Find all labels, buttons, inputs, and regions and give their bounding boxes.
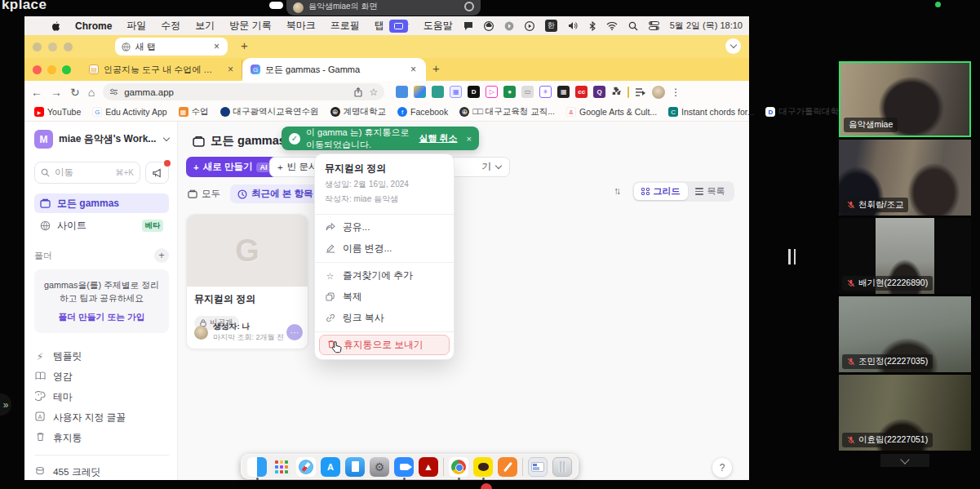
profile-avatar[interactable] [652, 86, 665, 99]
help-button[interactable]: ? [712, 458, 732, 478]
translate-extension-icon[interactable] [396, 86, 408, 98]
screen-share-banner[interactable]: 음악샘miae의 화면 [286, 0, 481, 16]
tab-ai-tools[interactable]: ▤ 인공지능 도구 내 수업에 적용하기 × [82, 60, 242, 79]
home-button[interactable]: ⌂ [88, 86, 95, 99]
resize-handle-icon[interactable] [788, 249, 796, 265]
sort-button[interactable]: ↑↓ [614, 185, 619, 197]
url-text[interactable]: gamma.app [124, 87, 348, 97]
finder-icon[interactable] [247, 457, 267, 477]
play-status-icon[interactable] [525, 21, 534, 31]
system-settings-icon[interactable]: ⚙ [370, 457, 389, 477]
list-view-button[interactable]: 목록 [688, 183, 733, 200]
creative-cloud-icon[interactable] [484, 21, 494, 31]
chat-status-icon[interactable] [463, 21, 473, 30]
bookmark-google-arts[interactable]: &Google Arts & Cult... [566, 107, 657, 117]
zoom-window-icon[interactable] [62, 65, 71, 74]
participant-video[interactable]: 음악샘miae [839, 61, 971, 137]
acrobat-icon[interactable]: ▲ [419, 457, 438, 477]
menu-item-duplicate[interactable]: 복제 [315, 287, 454, 308]
launchpad-icon[interactable] [272, 457, 291, 477]
qr-extension-icon[interactable]: ▦ [557, 86, 570, 98]
tab-search-chevron[interactable] [725, 38, 741, 54]
extension-icon[interactable]: ▭ [521, 86, 534, 98]
spotlight-search-icon[interactable] [628, 21, 638, 31]
menu-bar-clock[interactable]: 5월 2일 (목) 18:10 [670, 20, 743, 32]
close-tab-icon[interactable]: × [212, 41, 221, 52]
extension-icon[interactable]: ▦ [450, 86, 462, 98]
undo-link[interactable]: 실행 취소 [419, 132, 458, 144]
back-button[interactable]: ← [31, 86, 42, 99]
zoom-app-icon[interactable] [394, 457, 414, 477]
books-icon[interactable] [345, 457, 365, 477]
extension-icon[interactable]: ● [503, 86, 516, 98]
input-source-icon[interactable]: 한 [545, 20, 557, 32]
sidebar-item-themes[interactable]: 테마 [34, 387, 169, 407]
new-tab-button[interactable]: + [241, 38, 248, 52]
filter-recently-viewed[interactable]: 최근에 본 항목 [230, 184, 320, 203]
create-or-join-folder-link[interactable]: 폴더 만들기 또는 가입 [41, 312, 162, 323]
edge-panel-toggle[interactable]: » [0, 393, 11, 416]
create-new-button[interactable]: + 새로 만들기 AI [186, 157, 277, 177]
new-tab-button[interactable]: + [432, 61, 440, 75]
extension-icon[interactable] [432, 86, 444, 98]
screen-record-indicator-icon[interactable] [389, 20, 408, 33]
bookmark-daegu-office[interactable]: ⊕□□ 대구교육청 교직... [459, 106, 555, 118]
menu-tab[interactable]: 탭 [375, 19, 384, 33]
bookmark-youtube[interactable]: ▶YouTube [34, 107, 81, 117]
extension-icon[interactable]: D [468, 86, 480, 98]
bookmark-star-icon[interactable]: ☆ [369, 87, 378, 98]
sidebar-item-trash[interactable]: 휴지통 [34, 428, 169, 448]
cc-extension-icon[interactable]: cc [575, 86, 588, 98]
menu-item-copy-link[interactable]: 링크 복사 [315, 308, 454, 329]
bookmark-edu-activity[interactable]: GEdu Activity App [92, 107, 166, 117]
menu-profiles[interactable]: 프로필 [330, 19, 360, 33]
toast-close-icon[interactable]: × [467, 134, 472, 144]
sidebar-item-all-gammas[interactable]: 모든 gammas [34, 193, 169, 213]
menu-history[interactable]: 방문 기록 [229, 19, 271, 33]
close-window-icon[interactable] [33, 42, 42, 51]
sidebar-item-inspiration[interactable]: 영감 [34, 367, 169, 387]
close-tab-icon[interactable]: × [409, 64, 418, 75]
trash-dock-icon[interactable] [552, 457, 572, 477]
sidebar-item-templates[interactable]: ⚡템플릿 [34, 346, 169, 367]
participant-video[interactable]: 천휘람/조교 [839, 140, 971, 216]
extension-icon[interactable]: Q [593, 86, 605, 98]
menu-view[interactable]: 보기 [195, 19, 215, 33]
participant-video[interactable]: 이효림(22227051) [839, 375, 971, 451]
share-page-icon[interactable] [353, 87, 363, 97]
bookmark-sueop[interactable]: ▦수업 [179, 106, 209, 118]
control-center-icon[interactable] [649, 21, 659, 30]
apple-icon[interactable] [51, 20, 60, 32]
bookmark-instant-chords[interactable]: CInstant chords for... [668, 107, 754, 117]
sidebar-item-sites[interactable]: 사이트 베타 [34, 216, 169, 235]
menu-chrome[interactable]: Chrome [75, 20, 112, 32]
browser-menu-icon[interactable]: ⋮ [671, 87, 681, 98]
filter-all[interactable]: 모두 [188, 188, 220, 200]
pencil-app-icon[interactable] [498, 457, 517, 477]
reload-button[interactable]: ↻ [70, 86, 80, 99]
bluetooth-icon[interactable] [589, 21, 596, 31]
volume-icon[interactable] [568, 21, 579, 30]
menu-file[interactable]: 파일 [126, 19, 146, 33]
menu-edit[interactable]: 수정 [161, 19, 180, 33]
safari-icon[interactable] [296, 457, 316, 477]
kakaotalk-icon[interactable] [473, 457, 493, 477]
card-more-button[interactable]: ··· [286, 324, 303, 340]
add-folder-button[interactable]: + [154, 248, 169, 263]
minimize-window-icon[interactable] [48, 42, 57, 51]
search-input[interactable]: 이동 ⌘+K [34, 162, 140, 184]
bookmark-keimyung[interactable]: ⊕계명대학교 [330, 106, 387, 118]
menu-item-share[interactable]: 공유... [315, 217, 454, 238]
extension-icon[interactable]: ✳ [539, 86, 552, 98]
minimize-window-icon[interactable] [47, 65, 56, 74]
extension-icon[interactable] [414, 86, 426, 98]
chrome-icon[interactable] [449, 457, 468, 477]
participant-video[interactable]: 조민정(22227035) [839, 296, 971, 372]
minimized-window-icon[interactable] [528, 457, 548, 477]
zoom-window-icon[interactable] [64, 42, 73, 51]
sidebar-item-credits[interactable]: 455 크레딧 [34, 462, 169, 480]
site-settings-icon[interactable] [109, 87, 118, 96]
tab-all-gammas[interactable]: G 모든 gammas - Gamma × [242, 58, 426, 81]
extensions-puzzle-icon[interactable] [611, 87, 622, 97]
wifi-icon[interactable] [606, 22, 618, 30]
